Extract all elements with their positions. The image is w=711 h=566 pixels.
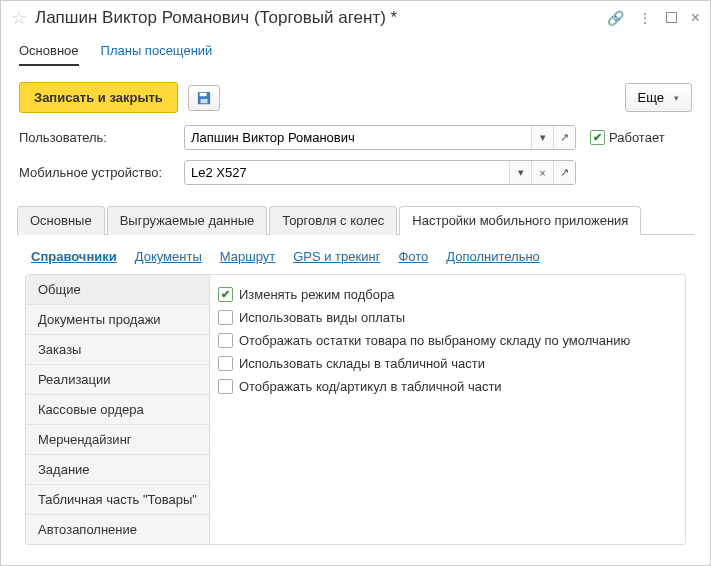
device-input-group: ▾ × ↗ — [184, 160, 576, 185]
option-label: Использовать склады в табличной части — [239, 356, 485, 371]
subnav: Справочники Документы Маршрут GPS и трек… — [1, 235, 710, 274]
toolbar: Записать и закрыть Еще ▾ — [1, 76, 710, 123]
side-item-task[interactable]: Задание — [26, 455, 209, 485]
form-area: Пользователь: ▾ ↗ ✔ Работает Мобильное у… — [1, 123, 710, 205]
subnav-photo[interactable]: Фото — [398, 249, 428, 264]
tab-export-data[interactable]: Выгружаемые данные — [107, 206, 268, 235]
user-input[interactable] — [185, 126, 531, 149]
window-title: Лапшин Виктор Романович (Торговый агент)… — [35, 8, 599, 28]
option-show-stock-default-warehouse[interactable]: Отображать остатки товара по выбраному с… — [214, 329, 681, 352]
side-item-cash-orders[interactable]: Кассовые ордера — [26, 395, 209, 425]
option-label: Отображать код/артикул в табличной части — [239, 379, 502, 394]
subnav-additional[interactable]: Дополнительно — [446, 249, 540, 264]
side-item-realizations[interactable]: Реализации — [26, 365, 209, 395]
option-use-warehouses-in-table[interactable]: Использовать склады в табличной части — [214, 352, 681, 375]
checkbox-icon[interactable] — [218, 310, 233, 325]
nav-main[interactable]: Основное — [19, 43, 79, 66]
option-label: Использовать виды оплаты — [239, 310, 405, 325]
kebab-menu-icon[interactable]: ⋮ — [638, 10, 652, 26]
user-open-button[interactable]: ↗ — [553, 126, 575, 149]
tab-mobile-settings[interactable]: Настройки мобильного приложения — [399, 206, 641, 235]
option-use-payment-types[interactable]: Использовать виды оплаты — [214, 306, 681, 329]
device-open-button[interactable]: ↗ — [553, 161, 575, 184]
save-button[interactable] — [188, 85, 220, 111]
side-item-autofill[interactable]: Автозаполнение — [26, 515, 209, 545]
tab-van-sales[interactable]: Торговля с колес — [269, 206, 397, 235]
user-input-group: ▾ ↗ — [184, 125, 576, 150]
close-icon[interactable]: × — [691, 9, 700, 27]
tab-strip: Основные Выгружаемые данные Торговля с к… — [17, 205, 694, 235]
titlebar: ☆ Лапшин Виктор Романович (Торговый аген… — [1, 1, 710, 35]
option-label: Изменять режим подбора — [239, 287, 395, 302]
user-row: Пользователь: ▾ ↗ ✔ Работает — [19, 125, 692, 150]
user-label: Пользователь: — [19, 130, 184, 145]
device-clear-button[interactable]: × — [531, 161, 553, 184]
nav-plans[interactable]: Планы посещений — [101, 43, 213, 66]
content-pane: Общие Документы продажи Заказы Реализаци… — [25, 274, 686, 545]
side-item-sales-docs[interactable]: Документы продажи — [26, 305, 209, 335]
side-item-goods-table[interactable]: Табличная часть "Товары" — [26, 485, 209, 515]
subnav-route[interactable]: Маршрут — [220, 249, 275, 264]
window: ☆ Лапшин Виктор Романович (Торговый аген… — [0, 0, 711, 566]
chevron-down-icon: ▾ — [674, 93, 679, 103]
subnav-gps[interactable]: GPS и трекинг — [293, 249, 380, 264]
works-label: Работает — [609, 130, 665, 145]
favorite-star-icon[interactable]: ☆ — [11, 7, 27, 29]
link-icon[interactable]: 🔗 — [607, 10, 624, 26]
side-item-merchandising[interactable]: Мерчендайзинг — [26, 425, 209, 455]
device-label: Мобильное устройство: — [19, 165, 184, 180]
subnav-catalogs[interactable]: Справочники — [31, 249, 117, 264]
option-show-code-in-table[interactable]: Отображать код/артикул в табличной части — [214, 375, 681, 398]
side-item-orders[interactable]: Заказы — [26, 335, 209, 365]
device-input[interactable] — [185, 161, 509, 184]
options-pane: ✔ Изменять режим подбора Использовать ви… — [210, 275, 685, 544]
more-label: Еще — [638, 90, 664, 105]
side-item-general[interactable]: Общие — [26, 275, 209, 305]
more-button[interactable]: Еще ▾ — [625, 83, 692, 112]
works-checkbox-wrap[interactable]: ✔ Работает — [590, 130, 665, 145]
subnav-documents[interactable]: Документы — [135, 249, 202, 264]
tab-basic[interactable]: Основные — [17, 206, 105, 235]
floppy-icon — [197, 91, 211, 105]
svg-rect-2 — [200, 98, 207, 102]
option-change-selection-mode[interactable]: ✔ Изменять режим подбора — [214, 283, 681, 306]
checkbox-icon[interactable] — [218, 333, 233, 348]
works-checkbox[interactable]: ✔ — [590, 130, 605, 145]
user-dropdown-button[interactable]: ▾ — [531, 126, 553, 149]
side-list: Общие Документы продажи Заказы Реализаци… — [26, 275, 210, 544]
checkbox-icon[interactable] — [218, 356, 233, 371]
titlebar-controls: 🔗 ⋮ × — [607, 9, 700, 27]
save-and-close-button[interactable]: Записать и закрыть — [19, 82, 178, 113]
svg-rect-1 — [199, 92, 206, 96]
device-row: Мобильное устройство: ▾ × ↗ — [19, 160, 692, 185]
checkbox-icon[interactable] — [218, 379, 233, 394]
checkbox-icon[interactable]: ✔ — [218, 287, 233, 302]
option-label: Отображать остатки товара по выбраному с… — [239, 333, 630, 348]
device-dropdown-button[interactable]: ▾ — [509, 161, 531, 184]
section-nav: Основное Планы посещений — [1, 35, 710, 76]
maximize-icon[interactable] — [666, 10, 677, 26]
